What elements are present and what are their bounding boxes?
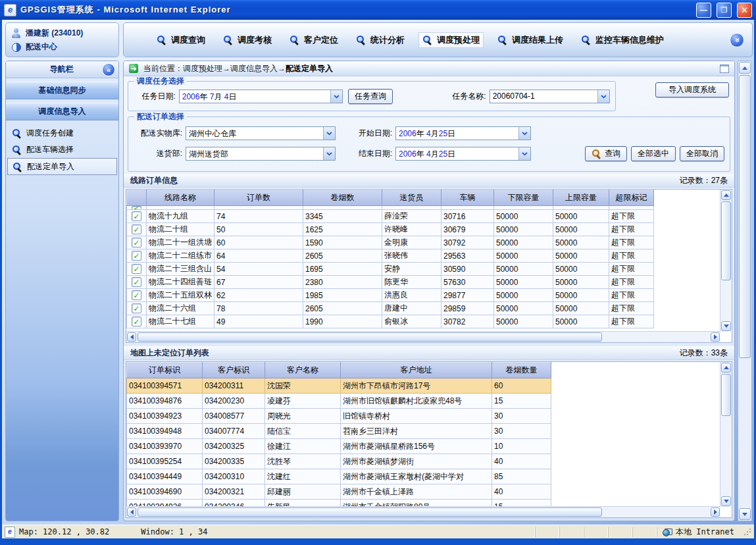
scroll-down-button[interactable]	[721, 321, 731, 331]
scroll-left-button[interactable]	[127, 507, 136, 517]
table-row[interactable]: 034100393970034200325徐建江湖州市菱湖镇星桥路156号10	[127, 439, 551, 454]
row-checkbox[interactable]: ✓	[132, 277, 141, 287]
task-name-select[interactable]: 20060704-1	[490, 90, 610, 103]
scroll-thumb[interactable]	[721, 374, 731, 416]
nav-item[interactable]: 客户定位	[290, 34, 338, 46]
start-date-picker[interactable]: 2006年 4月25日	[395, 126, 531, 140]
row-checkbox[interactable]: ✓	[132, 206, 141, 209]
scroll-thumb[interactable]	[721, 201, 731, 280]
table-row[interactable]: ✓物流二十三组含山541695安静305905000050000超下限	[127, 263, 654, 276]
end-date-picker[interactable]: 2006年 4月25日	[395, 147, 531, 161]
query-button[interactable]: 查询	[585, 146, 627, 161]
table-row[interactable]: ✓物流二十七组491990俞银冰307825000050000超下限	[127, 315, 654, 328]
row-checkbox[interactable]: ✓	[132, 211, 141, 221]
scroll-up-button[interactable]	[721, 363, 731, 373]
sidebar-item[interactable]: 配送车辆选择	[7, 142, 117, 157]
column-header[interactable]: 客户标识	[203, 363, 265, 378]
column-header[interactable]: 下限容量	[494, 190, 553, 206]
table-row[interactable]: 034100394876034200230凌建芬湖州市旧馆镇麒麟村北凌家兜48号…	[127, 394, 551, 409]
nav-item[interactable]: 调度预处理	[418, 32, 484, 48]
table-row[interactable]: ✓物流二十二组练市642605张晓伟295635000050000超下限	[127, 249, 654, 263]
scroll-thumb[interactable]	[138, 507, 602, 517]
scroll-right-button[interactable]	[711, 507, 720, 517]
chevron-down-icon[interactable]	[330, 90, 342, 103]
sidebar-group-button[interactable]: 基础信息同步	[6, 82, 118, 99]
table-row[interactable]: 034100394923034008577周晓光旧馆镇寺桥村30	[127, 409, 551, 424]
nav-item[interactable]: 调度考核	[223, 34, 272, 46]
start-date-value: 2006年 4月25日	[396, 127, 518, 140]
delivery-dept-label: 送货部:	[134, 148, 182, 159]
sidebar-item[interactable]: 配送定单导入	[7, 158, 117, 175]
resize-grip[interactable]	[743, 528, 751, 536]
scroll-up-button[interactable]	[721, 190, 731, 200]
collapse-sidebar-button[interactable]: «	[102, 63, 115, 76]
row-checkbox[interactable]: ✓	[132, 290, 141, 300]
row-checkbox[interactable]: ✓	[132, 224, 141, 234]
column-header[interactable]: 卷烟数	[303, 190, 382, 206]
row-checkbox[interactable]: ✓	[132, 317, 141, 326]
table-row[interactable]: 034100394948034007774陆信宝苕南乡三田洋村30	[127, 424, 551, 439]
chevron-down-icon[interactable]	[597, 90, 609, 103]
delivery-dept-select[interactable]: 湖州送货部	[186, 147, 336, 161]
import-to-dispatch-button[interactable]: 导入调度系统	[655, 82, 729, 97]
cell: 湖州市下昂镇市河路17号	[341, 378, 492, 394]
table-row[interactable]: ✓物流二十组501625许晓峰306795000050000超下限	[127, 223, 654, 236]
panel-collapse-box[interactable]	[720, 65, 729, 73]
table-row[interactable]: 034100394690034200321邱建丽湖州市千金镇上泽路40	[127, 484, 551, 500]
scroll-thumb[interactable]	[739, 75, 751, 358]
column-header[interactable]: 客户地址	[341, 363, 492, 378]
table-row[interactable]: ✓物流二十六组782605唐建中298595000050000超下限	[127, 302, 654, 315]
scroll-up-button[interactable]	[739, 62, 751, 74]
table-row[interactable]: 034100394449034200310沈建红湖州市菱湖镇王家墩村(菱湖中学对…	[127, 469, 551, 484]
minimize-button[interactable]: —	[696, 3, 711, 18]
collapse-nav-button[interactable]: «	[730, 33, 744, 47]
nav-item[interactable]: 调度查询	[157, 34, 205, 46]
chevron-down-icon[interactable]	[323, 147, 335, 160]
scroll-down-button[interactable]	[739, 508, 751, 520]
nav-item[interactable]: 统计分析	[356, 34, 405, 46]
table-row[interactable]: ✓物流二十五组双林621985洪惠良298775000050000超下限	[127, 289, 654, 302]
task-date-picker[interactable]: 2006年 7月 4日	[179, 90, 343, 103]
column-header[interactable]: 订单标识	[127, 363, 203, 378]
column-header[interactable]	[127, 190, 147, 206]
row-checkbox[interactable]: ✓	[132, 251, 141, 261]
row-checkbox[interactable]: ✓	[132, 303, 141, 313]
table-row[interactable]: ✓物流二十一组洪塘601590金明康307925000050000超下限	[127, 236, 654, 249]
table-row[interactable]: 034100395254034200335沈胜琴湖州市菱湖镇梦湖街40	[127, 454, 551, 469]
vertical-scrollbar[interactable]	[720, 190, 732, 332]
nav-item[interactable]: 调度结果上传	[497, 34, 563, 46]
chevron-down-icon[interactable]	[323, 127, 335, 140]
chevron-down-icon[interactable]	[518, 147, 530, 160]
warehouse-select[interactable]: 湖州中心仓库	[186, 126, 336, 140]
table-row[interactable]: 034100394571034200311沈国荣湖州市下昂镇市河路17号60	[127, 378, 551, 394]
sidebar-group-button[interactable]: 调度信息导入	[6, 103, 118, 120]
vertical-scrollbar[interactable]	[720, 362, 732, 507]
scroll-right-button[interactable]	[711, 332, 720, 342]
horizontal-scrollbar[interactable]	[126, 506, 720, 517]
column-header[interactable]: 送货员	[382, 190, 441, 206]
row-checkbox[interactable]: ✓	[132, 264, 141, 274]
scroll-left-button[interactable]	[127, 332, 136, 342]
close-button[interactable]: ✕	[737, 3, 752, 18]
column-header[interactable]: 卷烟数量	[492, 363, 551, 378]
table-row[interactable]: ✓物流二十四组善琏672380陈更华576305000050000超下限	[127, 276, 654, 289]
task-query-button[interactable]: 任务查询	[348, 89, 393, 104]
horizontal-scrollbar[interactable]	[126, 331, 720, 342]
select-all-button[interactable]: 全部选中	[631, 146, 676, 161]
scroll-thumb[interactable]	[138, 332, 602, 342]
table-row[interactable]: ✓物流十九组743345薛淦荣307165000050000超下限	[127, 210, 654, 223]
column-header[interactable]: 上限容量	[553, 190, 609, 206]
column-header[interactable]: 客户名称	[265, 363, 341, 378]
nav-item[interactable]: 监控车辆信息维护	[581, 34, 664, 46]
scroll-down-button[interactable]	[721, 496, 731, 506]
page-scrollbar[interactable]	[738, 61, 752, 521]
chevron-down-icon[interactable]	[518, 127, 530, 140]
column-header[interactable]: 超限标记	[609, 190, 654, 206]
sidebar-item[interactable]: 调度任务创建	[7, 125, 117, 141]
maximize-button[interactable]: ❐	[717, 3, 732, 18]
row-checkbox[interactable]: ✓	[132, 238, 141, 247]
column-header[interactable]: 订单数	[214, 190, 303, 206]
column-header[interactable]: 线路名称	[147, 190, 214, 206]
deselect-all-button[interactable]: 全部取消	[680, 146, 724, 161]
column-header[interactable]: 车辆	[441, 190, 494, 206]
